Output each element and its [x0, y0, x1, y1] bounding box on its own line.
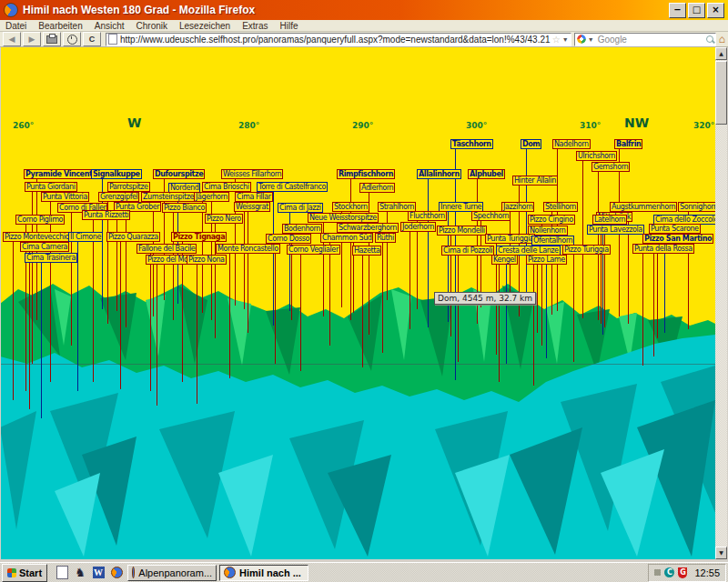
peak-label: Grenzgipfel [98, 192, 139, 202]
minimize-button[interactable]: − [669, 3, 686, 18]
peak-line [653, 243, 654, 356]
panorama-viewport[interactable]: 260°280°290°300°310°320°WNWTäschhornDomN… [1, 47, 715, 559]
peak-label: Pizzo Cingino [528, 215, 575, 225]
start-button[interactable]: Start [2, 564, 47, 582]
print-button[interactable] [43, 32, 61, 46]
clock-icon [67, 35, 77, 45]
navigation-toolbar: ◀ ▶ C http://www.udeuschle.selfhost.pro/… [0, 32, 728, 47]
peak-line [120, 241, 121, 389]
search-engine-dropdown-icon[interactable]: ▼ [588, 36, 594, 43]
menu-item-extras[interactable]: Extras [242, 21, 268, 31]
menu-item-datei[interactable]: Datei [5, 21, 26, 31]
peak-line [417, 220, 418, 309]
scrollbar-thumb[interactable] [715, 61, 727, 125]
menu-item-chronik[interactable]: Chronik [136, 21, 167, 31]
degree-label: 300° [466, 121, 487, 130]
taskbar-task-himil[interactable]: Himil nach ... [219, 565, 308, 581]
peak-label: Adlerhorn [359, 183, 395, 193]
peak-label: Schwarzberghorn [337, 223, 399, 233]
peak-label: Dufourspitze [153, 169, 205, 179]
tray-icon-generic[interactable] [654, 569, 661, 576]
peak-label: Fallone del Bacile [136, 244, 197, 254]
system-tray: C G 12:55 [648, 564, 726, 582]
peak-label: Bodenhorn [282, 224, 322, 234]
peak-label: Täschhorn [450, 139, 493, 149]
peak-line [506, 255, 507, 364]
peak-label: Rüthi [375, 233, 396, 243]
peak-label: Zumsteinspitze [141, 192, 196, 202]
vertical-scrollbar[interactable]: ▲ ▼ [715, 47, 727, 559]
peak-line [157, 264, 157, 406]
compass-label-w: W [127, 116, 141, 129]
url-text: http://www.udeuschle.selfhost.pro/panora… [120, 35, 551, 45]
task-label: Himil nach ... [239, 567, 301, 578]
reload-button[interactable]: C [83, 32, 101, 46]
forward-button[interactable]: ▶ [23, 32, 41, 46]
tray-icon-shield[interactable]: G [678, 567, 687, 578]
peak-label: Punta Turiggia [485, 234, 535, 244]
peak-label: Pizzo Tignaga [171, 232, 227, 242]
reload-icon: C [89, 35, 96, 44]
peak-line [329, 242, 330, 346]
peak-line [300, 254, 301, 371]
peak-label: Jägerhorn [194, 192, 229, 202]
peak-label: Cima Carnera [20, 242, 69, 252]
peak-label: Pizzo Nona [187, 255, 227, 265]
distance-tooltip: Dom, 4545 m, 32.7 km [434, 292, 536, 305]
peak-line [458, 255, 459, 362]
degree-label: 280° [238, 121, 259, 130]
taskbar-task-alpenpanorama[interactable]: Alpenpanoram... [127, 565, 217, 581]
peak-label: Pizzo Bianco [162, 203, 207, 213]
peak-label: Pizzo Nero [205, 214, 243, 224]
peak-line [601, 224, 602, 324]
peak-line [229, 253, 230, 378]
peak-label: Signalkuppe [91, 169, 142, 179]
peak-label: Kengel [491, 255, 518, 265]
close-button[interactable]: × [707, 3, 724, 18]
peak-line [382, 242, 383, 353]
peak-label: Dom [521, 139, 541, 149]
url-field[interactable]: http://www.udeuschle.selfhost.pro/panora… [106, 33, 571, 46]
peak-label: Pizzo Quarazza [106, 232, 160, 242]
quicklaunch-firefox-icon[interactable] [109, 566, 124, 580]
scroll-up-arrow[interactable]: ▲ [715, 47, 727, 60]
menu-bar: DateiBearbeitenAnsichtChronikLesezeichen… [0, 20, 728, 32]
quicklaunch-word-icon[interactable]: W [91, 566, 106, 580]
peak-line [29, 251, 30, 409]
peak-line [526, 148, 527, 302]
search-placeholder: Google [598, 35, 706, 45]
peak-line [77, 241, 78, 391]
peak-label: Pizzo Lame [526, 255, 567, 265]
url-dropdown-icon[interactable]: ▼ [562, 36, 569, 43]
peak-line [604, 221, 605, 327]
peak-line [173, 212, 174, 320]
menu-item-lesezeichen[interactable]: Lesezeichen [179, 21, 230, 31]
history-button[interactable] [63, 32, 81, 46]
peak-line [93, 219, 94, 382]
peak-line [410, 231, 410, 329]
menu-item-hilfe[interactable]: Hilfe [280, 21, 298, 31]
peak-label: Cima di Pozzoli [441, 246, 494, 256]
peak-line [150, 253, 151, 391]
menu-item-ansicht[interactable]: Ansicht [95, 21, 125, 31]
bookmark-star-icon[interactable]: ☆ [552, 35, 561, 45]
peak-line [362, 255, 363, 367]
peak-label: Sonnighorn [678, 202, 715, 212]
horizon-line [1, 364, 715, 365]
tray-icon-teal-c[interactable]: C [664, 567, 674, 577]
peak-label: Weisses Fillarhorn [221, 169, 283, 179]
restore-button[interactable]: □ [688, 3, 705, 18]
peak-label: Latelhorn [592, 215, 627, 225]
menu-item-bearbeiten[interactable]: Bearbeiten [38, 21, 82, 31]
back-button[interactable]: ◀ [3, 32, 21, 46]
scroll-down-arrow[interactable]: ▼ [715, 547, 727, 559]
degree-label: 310° [580, 121, 601, 130]
peak-label: Punta Scarone [649, 224, 701, 234]
search-box[interactable]: ▼ Google [574, 33, 716, 46]
home-button[interactable]: ⌂ [719, 34, 725, 45]
firefox-icon [132, 567, 135, 578]
search-magnifier-icon[interactable] [706, 35, 713, 43]
quicklaunch-document-icon[interactable] [55, 566, 69, 580]
quicklaunch-knight-icon[interactable]: ♞ [73, 566, 87, 580]
peak-line [582, 160, 583, 318]
